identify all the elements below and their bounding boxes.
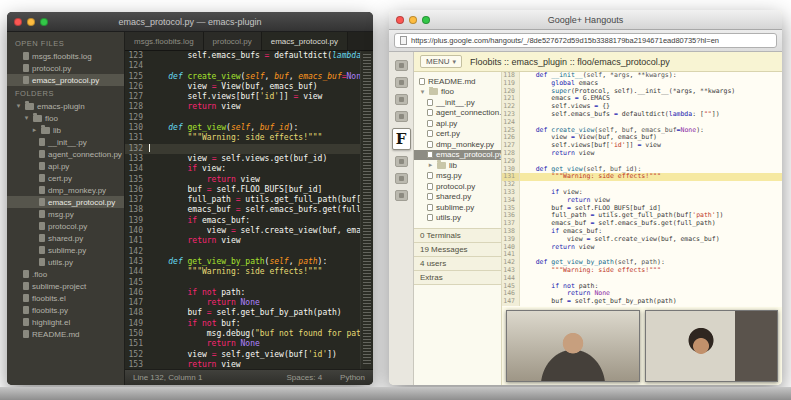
tree-file-item[interactable]: __init__.py xyxy=(7,136,124,148)
code-line[interactable]: 133 view = self.views.get(buf_id) xyxy=(125,154,373,164)
disclosure-closed-icon[interactable]: ▸ xyxy=(427,161,434,169)
tab-msgs-floobits-log[interactable]: msgs.floobits.log xyxy=(125,32,204,50)
chat-icon[interactable] xyxy=(395,156,408,167)
open-file-item[interactable]: emacs_protocol.py xyxy=(7,74,124,86)
code-line[interactable]: 138 if emacs_buf: xyxy=(502,228,782,236)
tab-emacs-protocol-py[interactable]: emacs_protocol.py xyxy=(262,32,348,50)
code-line[interactable]: 143 """Warning: side effects!""" xyxy=(502,267,782,275)
tree-file-item[interactable]: shared.py xyxy=(7,232,124,244)
disclosure-open-icon[interactable]: ▾ xyxy=(23,114,30,122)
tree-file-item[interactable]: shared.py xyxy=(414,192,501,203)
tree-file-item[interactable]: protocol.py xyxy=(7,220,124,232)
code-line[interactable]: 141 return view xyxy=(125,236,373,246)
floobits-app-icon[interactable]: F xyxy=(392,128,411,150)
code-line[interactable]: 136 buf = self.FLOO_BUFS[buf_id] xyxy=(125,185,373,195)
code-line[interactable]: 122 self.views = {} xyxy=(502,103,782,111)
tree-folder-item[interactable]: ▸lib xyxy=(7,124,124,136)
code-editor[interactable]: 123 self.emacs_bufs = defaultdict(lambda… xyxy=(125,51,373,369)
indent-setting[interactable]: Spaces: 4 xyxy=(287,373,323,382)
code-line[interactable]: 129 xyxy=(502,158,782,166)
tree-folder-item[interactable]: ▾floo xyxy=(7,112,124,124)
code-line[interactable]: 123 self.emacs_bufs = defaultdict(lambda… xyxy=(125,51,373,61)
tree-file-item[interactable]: floobits.el xyxy=(7,292,124,304)
code-line[interactable]: 144 xyxy=(502,275,782,283)
code-line[interactable]: 136 full_path = utils.get_full_path(buf[… xyxy=(502,212,782,220)
section-extras[interactable]: Extras xyxy=(414,271,501,285)
code-line[interactable]: 135 return view xyxy=(125,175,373,185)
tree-file-item[interactable]: dmp_monkey.py xyxy=(7,184,124,196)
code-line[interactable]: 142 def get_view_by_path(self, path): xyxy=(502,259,782,267)
code-line[interactable]: 125 def create_view(self, buf, emacs_buf… xyxy=(125,72,373,82)
tree-file-item[interactable]: emacs_protocol.py xyxy=(7,196,124,208)
code-line[interactable]: 137 full_path = utils.get_full_path(buf[… xyxy=(125,195,373,205)
disclosure-closed-icon[interactable]: ▸ xyxy=(31,126,38,134)
code-line[interactable]: 134 return view xyxy=(502,197,782,205)
code-line[interactable]: 124 xyxy=(502,119,782,127)
tree-file-item[interactable]: cert.py xyxy=(414,129,501,140)
code-line[interactable]: 146 if not path: xyxy=(125,288,373,298)
code-line[interactable]: 131 """Warning: side effects!""" xyxy=(125,133,373,143)
minimize-button[interactable] xyxy=(409,16,417,24)
shared-code-view[interactable]: 118 def __init__(self, *args, **kwargs):… xyxy=(502,72,782,307)
code-line[interactable]: 147 return None xyxy=(125,298,373,308)
code-line[interactable]: 149 if not buf: xyxy=(125,319,373,329)
code-line[interactable]: 125 def create_view(self, buf, emacs_buf… xyxy=(502,127,782,135)
tree-file-item[interactable]: highlight.el xyxy=(7,316,124,328)
code-line[interactable]: 140 view = self.create_view(buf, emacs_b… xyxy=(125,226,373,236)
code-line[interactable]: 126 view = View(buf, emacs_buf) xyxy=(502,134,782,142)
code-line[interactable]: 145 if not path: xyxy=(502,283,782,291)
code-line[interactable]: 147 buf = self.get_buf_by_path(path) xyxy=(502,298,782,306)
section-0-terminals[interactable]: 0 Terminals xyxy=(414,229,501,243)
tree-file-item[interactable]: utils.py xyxy=(414,213,501,224)
tree-file-item[interactable]: protocol.py xyxy=(414,181,501,192)
code-line[interactable]: 152 view = self.get_view(buf['id']) xyxy=(125,350,373,360)
code-line[interactable]: 121 emacs = G.EMACS xyxy=(502,95,782,103)
code-line[interactable]: 146 return None xyxy=(502,290,782,298)
code-line[interactable]: 151 return None xyxy=(125,339,373,349)
sublime-titlebar[interactable]: emacs_protocol.py — emacs-plugin xyxy=(7,12,373,32)
tree-file-item[interactable]: emacs_protocol.py xyxy=(414,150,501,161)
code-line[interactable]: 144 """Warning: side effects!""" xyxy=(125,267,373,277)
tree-file-item[interactable]: sublime.py xyxy=(7,244,124,256)
open-file-item[interactable]: protocol.py xyxy=(7,62,124,74)
tools-icon[interactable] xyxy=(395,173,408,184)
code-line[interactable]: 150 msg.debug("buf not found for path %s… xyxy=(125,329,373,339)
code-line[interactable]: 153 return view xyxy=(125,360,373,369)
code-line[interactable]: 127 self.views[buf['id']] = view xyxy=(125,92,373,102)
tree-file-item[interactable]: README.md xyxy=(414,76,501,87)
tree-file-item[interactable]: README.md xyxy=(7,328,124,340)
close-button[interactable] xyxy=(14,18,22,26)
code-line[interactable]: 145 xyxy=(125,278,373,288)
code-line[interactable]: 119 global emacs xyxy=(502,80,782,88)
code-line[interactable]: 139 view = self.create_view(buf, emacs_b… xyxy=(502,236,782,244)
camera-icon[interactable] xyxy=(395,94,408,105)
menu-button[interactable]: MENU xyxy=(420,55,462,68)
tree-file-item[interactable]: utils.py xyxy=(7,256,124,268)
zoom-button[interactable] xyxy=(422,16,430,24)
code-line[interactable]: 126 view = View(buf, emacs_buf) xyxy=(125,82,373,92)
section-4-users[interactable]: 4 users xyxy=(414,257,501,271)
tree-folder-item[interactable]: ▸lib xyxy=(414,160,501,171)
code-line[interactable]: 143 def get_view_by_path(self, path): xyxy=(125,257,373,267)
code-line[interactable]: 130 def get_view(self, buf_id): xyxy=(502,166,782,174)
code-line[interactable]: 132 xyxy=(502,181,782,189)
language-mode[interactable]: Python xyxy=(340,373,365,382)
tree-file-item[interactable]: .floo xyxy=(7,268,124,280)
code-line[interactable]: 128 return view xyxy=(502,150,782,158)
minimap[interactable] xyxy=(360,51,373,369)
code-line[interactable]: 128 return view xyxy=(125,102,373,112)
code-line[interactable]: 120 super(Protocol, self).__init__(*args… xyxy=(502,88,782,96)
tree-file-item[interactable]: sublime.py xyxy=(414,202,501,213)
code-line[interactable]: 142 xyxy=(125,247,373,257)
tree-file-item[interactable]: sublime-project xyxy=(7,280,124,292)
minimize-button[interactable] xyxy=(27,18,35,26)
code-line[interactable]: 118 def __init__(self, *args, **kwargs): xyxy=(502,72,782,80)
tab-protocol-py[interactable]: protocol.py xyxy=(204,32,262,50)
code-line[interactable]: 130 def get_view(self, buf_id): xyxy=(125,123,373,133)
tree-file-item[interactable]: api.py xyxy=(414,118,501,129)
tree-folder-item[interactable]: ▾floo xyxy=(414,87,501,98)
code-line[interactable]: 137 emacs_buf = self.emacs_bufs.get(full… xyxy=(502,220,782,228)
tree-file-item[interactable]: dmp_monkey.py xyxy=(414,139,501,150)
code-line[interactable]: 148 buf = self.get_buf_by_path(path) xyxy=(125,308,373,318)
disclosure-open-icon[interactable]: ▾ xyxy=(15,102,22,110)
